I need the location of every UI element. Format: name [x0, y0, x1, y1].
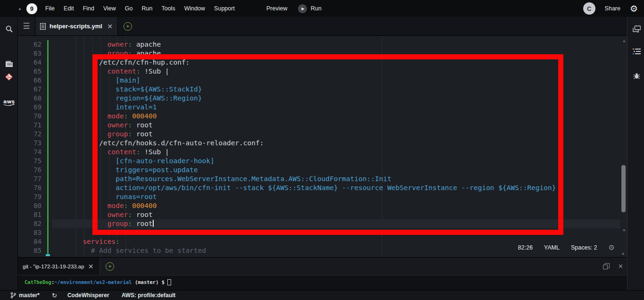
tab-size[interactable]: Spaces: 2: [571, 244, 597, 251]
menu-file[interactable]: File: [45, 5, 55, 12]
left-icon-rail: aws: [0, 17, 18, 290]
code-line-78[interactable]: action=/opt/aws/bin/cfn-init --stack ${A…: [52, 183, 620, 192]
menu-go[interactable]: Go: [125, 5, 133, 12]
code-line-74[interactable]: content: !Sub |: [52, 148, 620, 157]
preferences-gear-icon[interactable]: ⚙: [630, 3, 638, 14]
token: group: [107, 50, 128, 57]
terminal-branch-suffix: (master) $: [132, 279, 168, 285]
token: mode: [107, 202, 124, 209]
code-line-79[interactable]: runas=root: [52, 192, 620, 201]
scroll-down-icon[interactable]: ▼: [623, 228, 625, 233]
token: [58, 85, 116, 93]
new-tab-button[interactable]: +: [124, 22, 132, 31]
code-line-82[interactable]: group: root: [52, 219, 620, 228]
scroll-up-icon[interactable]: ▲: [623, 39, 625, 43]
code-line-68[interactable]: region=${AWS::Region}: [52, 94, 620, 103]
token: :: [136, 148, 140, 156]
collapse-menubar-icon[interactable]: ▲: [18, 7, 22, 11]
sync-icon[interactable]: ↻: [52, 292, 57, 299]
code-line-71[interactable]: owner: root: [52, 121, 620, 130]
main-panel: ☰ helper-scripts.yml ✕ + 626364656667686…: [18, 17, 627, 290]
menu-support[interactable]: Support: [214, 5, 235, 12]
menu-tools[interactable]: Tools: [161, 5, 175, 12]
menu-window[interactable]: Window: [184, 5, 205, 12]
code-line-66[interactable]: [main]: [52, 76, 620, 85]
code-line-75[interactable]: [cfn-auto-reloader-hook]: [52, 157, 620, 166]
menu-edit[interactable]: Edit: [64, 5, 74, 12]
new-terminal-button[interactable]: +: [106, 262, 114, 271]
cursor-position[interactable]: 82:26: [518, 244, 533, 251]
code-line-76[interactable]: triggers=post.update: [52, 166, 620, 175]
code-line-62[interactable]: owner: apache: [52, 40, 620, 49]
code-line-77[interactable]: path=Resources.WebServerInstance.Metadat…: [52, 175, 620, 183]
editor-statusbar: 82:26 YAML Spaces: 2 ⚙: [515, 242, 618, 253]
run-button[interactable]: ▶ Run: [298, 4, 322, 13]
aws-profile-item[interactable]: AWS: profile:default: [122, 292, 176, 299]
token: [58, 67, 107, 75]
share-button[interactable]: Share: [605, 5, 620, 12]
token: content: [107, 67, 136, 75]
git-branch-item[interactable]: master*: [10, 292, 40, 299]
token: [58, 103, 116, 111]
code-line-72[interactable]: group: root: [52, 130, 620, 139]
code-editor[interactable]: 6263646566676869707172737475767778798081…: [18, 36, 627, 257]
token: root: [132, 211, 153, 218]
code-line-83[interactable]: [52, 228, 620, 237]
terminal[interactable]: CatTheDog:~/environment/ws2-material (ma…: [18, 275, 627, 290]
terminal-tab-close-icon[interactable]: ✕: [88, 263, 94, 270]
token: [58, 238, 83, 245]
token: [58, 220, 107, 227]
token: action=/opt/aws/bin/cfn-init --stack ${A…: [116, 184, 556, 192]
code-line-81[interactable]: owner: root: [52, 210, 620, 219]
aws-icon[interactable]: aws: [0, 94, 18, 110]
token: group: [107, 220, 128, 227]
editor-settings-gear-icon[interactable]: ⚙: [609, 243, 615, 252]
statusbar-caret-icon[interactable]: ▼: [622, 252, 624, 256]
token: [58, 157, 116, 165]
code-line-65[interactable]: content: !Sub |: [52, 67, 620, 76]
menu-find[interactable]: Find: [83, 5, 94, 12]
collaborate-icon[interactable]: [627, 21, 644, 37]
token: # Add services to be started: [91, 247, 206, 254]
tab-list-menu-icon[interactable]: ☰: [18, 17, 35, 35]
editor-scrollbar-thumb[interactable]: [621, 165, 626, 212]
git-added-marker: [47, 40, 49, 255]
code-line-64[interactable]: /etc/cfn/cfn-hup.conf:: [52, 58, 620, 67]
token: runas=root: [116, 193, 157, 200]
code-line-70[interactable]: mode: 000400: [52, 112, 620, 121]
code-line-67[interactable]: stack=${AWS::StackId}: [52, 85, 620, 94]
tab-terminal-git[interactable]: git - "ip-172-31-19-233.ap ✕: [18, 258, 100, 275]
code-line-73[interactable]: /etc/cfn/hooks.d/cfn-auto-reloader.conf:: [52, 139, 620, 148]
tab-helper-scripts[interactable]: helper-scripts.yml ✕: [35, 17, 118, 35]
menu-run[interactable]: Run: [142, 5, 153, 12]
menubar-right: C Share ⚙: [583, 2, 638, 15]
menu-list: FileEditFindViewGoRunToolsWindowSupport: [45, 5, 235, 12]
debugger-icon[interactable]: [627, 68, 644, 84]
codewhisperer-item[interactable]: CodeWhisperer: [67, 292, 109, 299]
code-line-63[interactable]: group: apache: [52, 49, 620, 58]
source-control-icon[interactable]: [0, 69, 18, 85]
token: apache: [132, 41, 161, 48]
code-line-69[interactable]: interval=1: [52, 103, 620, 112]
token: path=Resources.WebServerInstance.Metadat…: [116, 175, 391, 183]
token: mode: [107, 112, 124, 120]
tab-close-icon[interactable]: ✕: [107, 23, 113, 30]
tab-label: helper-scripts.yml: [50, 23, 103, 30]
search-icon[interactable]: [0, 21, 18, 37]
code-line-80[interactable]: mode: 000400: [52, 201, 620, 210]
preview-button[interactable]: Preview: [266, 5, 287, 12]
syntax-mode[interactable]: YAML: [544, 244, 560, 251]
outline-icon[interactable]: [627, 43, 644, 59]
token: root: [132, 130, 153, 138]
token: [58, 148, 107, 156]
token: :: [128, 41, 132, 48]
token: owner: [107, 41, 128, 48]
avatar[interactable]: C: [583, 2, 595, 15]
token: :: [128, 211, 132, 218]
maximize-panel-icon[interactable]: [603, 263, 610, 269]
token: 000400: [132, 202, 157, 209]
close-panel-icon[interactable]: ✕: [618, 263, 623, 270]
menu-view[interactable]: View: [103, 5, 116, 12]
bottom-statusbar: master* ↻ CodeWhisperer AWS: profile:def…: [0, 290, 644, 300]
token: [58, 166, 116, 174]
